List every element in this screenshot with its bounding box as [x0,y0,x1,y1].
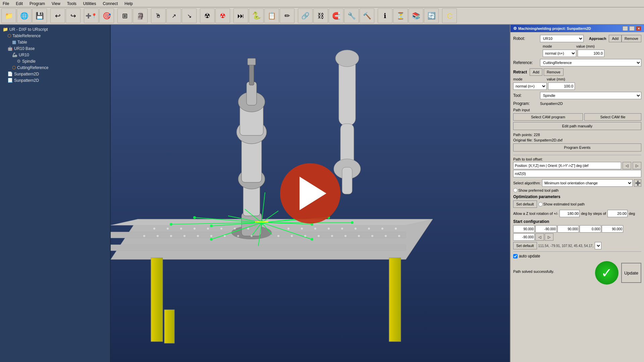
tree-item-root[interactable]: 📁 UR - DXF to URscript [1,26,109,33]
toolbar-save[interactable]: 💾 [32,8,47,23]
path-offset-input1[interactable] [513,162,621,169]
menu-edit[interactable]: Edit [14,1,24,7]
retract-mode-select[interactable]: normal (n+) [513,82,547,90]
config-input-3[interactable] [557,225,579,233]
select-cam-file-btn[interactable]: Select CAM file [584,113,641,121]
retract-value-input[interactable] [548,82,575,90]
update-btn[interactable]: Update [621,263,641,283]
toolbar-radiation[interactable]: ☢ [200,8,215,23]
menu-program[interactable]: Program [28,1,46,7]
tree-item-tablereference[interactable]: ⬡ TableReference [1,33,109,39]
remove-approach-btn[interactable]: Remove [622,35,641,42]
reference-select[interactable]: CuttingReference [540,59,641,66]
tree-item-ur10base[interactable]: 🤖 UR10 Base [1,45,109,52]
tree-item-spindle[interactable]: ⚙ Spindle [1,58,109,64]
toolbar-edit[interactable]: ✏ [280,8,294,23]
config-btn2[interactable]: ▷ [545,233,553,241]
toolbar-radiation2[interactable]: ☢ [215,8,230,23]
allow-z-input[interactable] [559,210,580,217]
config-input-4[interactable] [580,225,601,233]
tree-item-ur10[interactable]: 🦾 UR10 [1,52,109,58]
retract-mode-row: normal (n+) [513,82,641,90]
svg-rect-6 [389,258,401,342]
toolbar-wire2[interactable]: ⛓ [313,8,328,23]
toolbar-skip[interactable]: ⏭ [233,8,248,23]
show-preferred-radio[interactable] [513,188,518,192]
algo-add-btn[interactable]: ➕ [634,179,641,187]
tree-label-sunpattern2: Sunpattern2D [14,78,39,83]
program-events-btn[interactable]: Program Events [513,143,641,152]
path-offset-btn2[interactable]: ▷ [633,162,641,169]
tree-item-cuttingref[interactable]: ⬡ CuttingReference [1,64,109,71]
tree-item-sunpattern2d-1[interactable]: 📄 Sunpattern2D [1,71,109,77]
svg-point-52 [194,228,196,230]
dialog-close[interactable]: ✕ [636,26,641,31]
svg-point-81 [358,235,360,237]
toolbar-timer[interactable]: ⏳ [393,8,408,23]
tree-item-table[interactable]: ▦ Table [1,39,109,45]
toolbar-add-point[interactable]: ➕📍 [84,8,99,23]
approach-mode-select[interactable]: normal (n+) [543,50,576,57]
toolbar-wire3[interactable]: 🧲 [329,8,343,23]
toolbar-undo[interactable]: ↩ [50,8,65,23]
toolbar-cursor3[interactable]: ↘ [182,8,197,23]
viewport[interactable] [111,25,510,362]
set-default2-btn[interactable]: Set default [513,242,537,249]
edit-path-btn[interactable]: Edit path manually [513,122,641,130]
toolbar-cursor2[interactable]: ↗ [166,8,181,23]
toolbar-gold[interactable]: ⬡ [442,8,457,23]
menu-utilities[interactable]: Utilities [82,1,98,7]
config-input-6[interactable] [513,233,535,241]
retract-add-btn[interactable]: Add [530,68,542,76]
path-offset-btn1[interactable]: ◁ [623,162,631,169]
select-cam-program-btn[interactable]: Select CAM program [513,113,583,121]
steps-input[interactable] [607,210,628,217]
main-area: 📁 UR - DXF to URscript ⬡ TableReference … [0,25,644,362]
toolbar-select[interactable]: 🖱 [151,8,166,23]
toolbar-redo[interactable]: ↪ [66,8,80,23]
config-input-2[interactable] [535,225,557,233]
show-estimated-radio[interactable] [538,202,543,206]
tool-select[interactable]: Spindle [540,92,641,99]
play-button[interactable] [280,163,340,224]
toolbar-fit[interactable]: ⊞ [117,8,132,23]
dialog-maximize[interactable]: □ [629,26,635,31]
toolbar-calibrate[interactable]: 🔧 [344,8,359,23]
svg-point-71 [210,235,212,237]
menu-view[interactable]: View [50,1,62,7]
menu-tools[interactable]: Tools [66,1,78,7]
toolbar-info[interactable]: ℹ [378,8,392,23]
algo-select[interactable]: Minimum tool orientation change [542,179,633,187]
toolbar-globe[interactable]: 🌐 [17,8,32,23]
dialog-minimize[interactable]: _ [623,26,628,31]
robot-select[interactable]: UR10 [540,35,584,42]
toolbar-sync[interactable]: 🔄 [424,8,439,23]
config-btn1[interactable]: ◁ [535,233,544,241]
toolbar-add-program[interactable]: 📋 [264,8,279,23]
toolbar-wrench2[interactable]: 🔨 [360,8,374,23]
path-offset-input2[interactable] [513,170,641,177]
config-input-5[interactable] [602,225,623,233]
add-approach-btn[interactable]: Add [609,35,622,42]
set-default-btn[interactable]: Set default [513,200,537,208]
svg-rect-7 [164,310,174,343]
tree-item-sunpattern2d-2[interactable]: 📃 Sunpattern2D [1,77,109,83]
auto-update-checkbox[interactable] [513,254,518,258]
config-input-1[interactable] [513,225,535,233]
left-panel: 📁 UR - DXF to URscript ⬡ TableReference … [0,25,111,362]
toolbar-target[interactable]: 🎯 [99,8,114,23]
toolbar-python[interactable]: 🐍 [249,8,264,23]
retract-remove-btn[interactable]: Remove [544,68,564,76]
toolbar-wire[interactable]: 🔗 [298,8,313,23]
toolbar-open[interactable]: 📁 [1,8,16,23]
toolbar-layers[interactable]: 📚 [409,8,423,23]
svg-point-84 [398,235,400,237]
toolbar-3d[interactable]: 🗿 [133,8,148,23]
menu-file[interactable]: File [1,1,10,7]
approach-value-input[interactable] [578,50,604,57]
file-icon: 📃 [7,78,13,83]
toolbar: 📁 🌐 💾 ↩ ↪ ➕📍 🎯 ⊞ 🗿 🖱 ↗ ↘ ☢ ☢ ⏭ 🐍 📋 ✏ 🔗 ⛓… [0,7,644,25]
menu-connect[interactable]: Connect [102,1,119,7]
config-dropdown[interactable]: ▼ [595,242,601,249]
menu-help[interactable]: Help [123,1,134,7]
